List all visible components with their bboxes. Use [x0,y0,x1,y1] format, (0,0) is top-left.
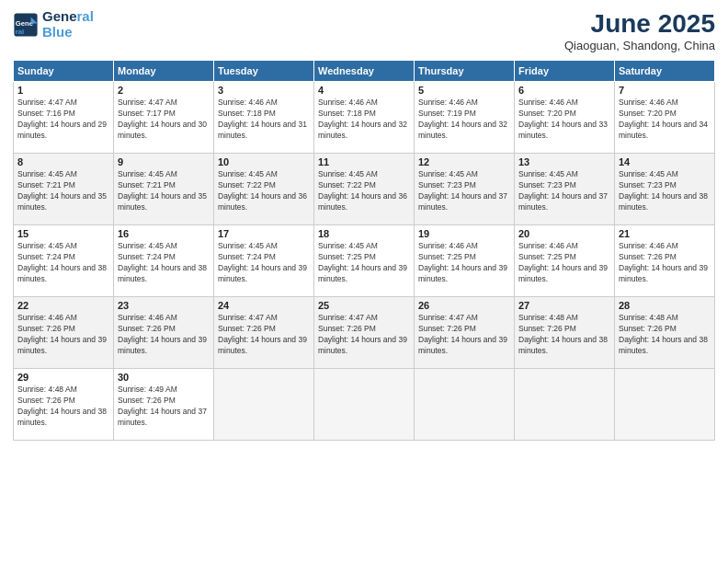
day-number: 2 [118,85,210,96]
header-friday: Friday [515,61,615,82]
table-row: 17 Sunrise: 4:45 AMSunset: 7:24 PMDaylig… [214,225,314,297]
day-info: Sunrise: 4:45 AMSunset: 7:21 PMDaylight:… [17,169,109,213]
day-number: 13 [518,156,610,167]
header-tuesday: Tuesday [214,61,314,82]
table-row: 7 Sunrise: 4:46 AMSunset: 7:20 PMDayligh… [615,82,715,154]
table-row: 14 Sunrise: 4:45 AMSunset: 7:23 PMDaylig… [615,154,715,225]
day-number: 22 [17,300,109,311]
table-row: 12 Sunrise: 4:45 AMSunset: 7:23 PMDaylig… [415,154,515,225]
day-number: 4 [318,85,410,96]
header-monday: Monday [114,61,214,82]
day-number: 27 [518,300,610,311]
table-row: 11 Sunrise: 4:45 AMSunset: 7:22 PMDaylig… [314,154,415,225]
table-row: 5 Sunrise: 4:46 AMSunset: 7:19 PMDayligh… [415,82,515,154]
day-info: Sunrise: 4:48 AMSunset: 7:26 PMDaylight:… [17,385,109,429]
day-number: 15 [17,228,109,239]
day-number: 17 [218,228,310,239]
day-info: Sunrise: 4:49 AMSunset: 7:26 PMDaylight:… [118,385,210,429]
table-row [415,369,515,441]
table-row: 21 Sunrise: 4:46 AMSunset: 7:26 PMDaylig… [615,225,715,297]
day-info: Sunrise: 4:46 AMSunset: 7:25 PMDaylight:… [418,241,510,285]
table-row: 27 Sunrise: 4:48 AMSunset: 7:26 PMDaylig… [515,297,615,369]
day-info: Sunrise: 4:45 AMSunset: 7:22 PMDaylight:… [218,169,310,213]
calendar-week-row: 8 Sunrise: 4:45 AMSunset: 7:21 PMDayligh… [14,154,715,225]
day-info: Sunrise: 4:46 AMSunset: 7:20 PMDaylight:… [619,98,711,142]
day-info: Sunrise: 4:46 AMSunset: 7:18 PMDaylight:… [218,98,310,142]
day-number: 9 [118,156,210,167]
day-number: 26 [418,300,510,311]
table-row: 26 Sunrise: 4:47 AMSunset: 7:26 PMDaylig… [415,297,515,369]
day-number: 25 [318,300,410,311]
logo-text: General Blue [42,9,94,40]
table-row: 29 Sunrise: 4:48 AMSunset: 7:26 PMDaylig… [14,369,114,441]
header-wednesday: Wednesday [314,61,415,82]
header-sunday: Sunday [14,61,114,82]
table-row: 30 Sunrise: 4:49 AMSunset: 7:26 PMDaylig… [114,369,214,441]
table-row: 1 Sunrise: 4:47 AMSunset: 7:16 PMDayligh… [14,82,114,154]
weekday-header-row: Sunday Monday Tuesday Wednesday Thursday… [14,61,715,82]
day-info: Sunrise: 4:45 AMSunset: 7:24 PMDaylight:… [218,241,310,285]
title-block: June 2025 Qiaoguan, Shandong, China [564,9,715,52]
day-number: 16 [118,228,210,239]
table-row: 9 Sunrise: 4:45 AMSunset: 7:21 PMDayligh… [114,154,214,225]
day-number: 14 [619,156,711,167]
calendar-week-row: 22 Sunrise: 4:46 AMSunset: 7:26 PMDaylig… [14,297,715,369]
day-number: 5 [418,85,510,96]
day-info: Sunrise: 4:45 AMSunset: 7:24 PMDaylight:… [17,241,109,285]
location: Qiaoguan, Shandong, China [564,39,715,52]
page: Gene ral General Blue June 2025 Qiaoguan… [0,0,728,563]
logo: Gene ral General Blue [13,9,94,40]
day-number: 21 [619,228,711,239]
day-number: 3 [218,85,310,96]
day-number: 10 [218,156,310,167]
calendar-week-row: 1 Sunrise: 4:47 AMSunset: 7:16 PMDayligh… [14,82,715,154]
day-info: Sunrise: 4:47 AMSunset: 7:26 PMDaylight:… [318,313,410,357]
day-info: Sunrise: 4:46 AMSunset: 7:26 PMDaylight:… [619,241,711,285]
calendar-week-row: 15 Sunrise: 4:45 AMSunset: 7:24 PMDaylig… [14,225,715,297]
day-info: Sunrise: 4:47 AMSunset: 7:17 PMDaylight:… [118,98,210,142]
header-thursday: Thursday [415,61,515,82]
table-row: 13 Sunrise: 4:45 AMSunset: 7:23 PMDaylig… [515,154,615,225]
calendar-table: Sunday Monday Tuesday Wednesday Thursday… [13,60,715,441]
day-number: 29 [17,372,109,383]
table-row [314,369,415,441]
logo-icon: Gene ral [13,12,39,38]
day-number: 1 [17,85,109,96]
day-info: Sunrise: 4:47 AMSunset: 7:26 PMDaylight:… [418,313,510,357]
day-number: 28 [619,300,711,311]
table-row: 28 Sunrise: 4:48 AMSunset: 7:26 PMDaylig… [615,297,715,369]
day-info: Sunrise: 4:45 AMSunset: 7:23 PMDaylight:… [619,169,711,213]
day-number: 7 [619,85,711,96]
table-row: 8 Sunrise: 4:45 AMSunset: 7:21 PMDayligh… [14,154,114,225]
day-info: Sunrise: 4:46 AMSunset: 7:20 PMDaylight:… [518,98,610,142]
day-info: Sunrise: 4:45 AMSunset: 7:21 PMDaylight:… [118,169,210,213]
day-number: 8 [17,156,109,167]
day-info: Sunrise: 4:48 AMSunset: 7:26 PMDaylight:… [518,313,610,357]
day-info: Sunrise: 4:45 AMSunset: 7:23 PMDaylight:… [418,169,510,213]
day-info: Sunrise: 4:46 AMSunset: 7:25 PMDaylight:… [518,241,610,285]
day-number: 12 [418,156,510,167]
table-row: 18 Sunrise: 4:45 AMSunset: 7:25 PMDaylig… [314,225,415,297]
table-row: 22 Sunrise: 4:46 AMSunset: 7:26 PMDaylig… [14,297,114,369]
day-info: Sunrise: 4:46 AMSunset: 7:26 PMDaylight:… [118,313,210,357]
table-row: 16 Sunrise: 4:45 AMSunset: 7:24 PMDaylig… [114,225,214,297]
svg-text:ral: ral [16,27,24,35]
month-year: June 2025 [564,9,715,39]
day-info: Sunrise: 4:46 AMSunset: 7:26 PMDaylight:… [17,313,109,357]
day-info: Sunrise: 4:47 AMSunset: 7:26 PMDaylight:… [218,313,310,357]
day-number: 11 [318,156,410,167]
day-info: Sunrise: 4:48 AMSunset: 7:26 PMDaylight:… [619,313,711,357]
table-row: 23 Sunrise: 4:46 AMSunset: 7:26 PMDaylig… [114,297,214,369]
header: Gene ral General Blue June 2025 Qiaoguan… [13,9,715,52]
day-info: Sunrise: 4:46 AMSunset: 7:18 PMDaylight:… [318,98,410,142]
table-row: 15 Sunrise: 4:45 AMSunset: 7:24 PMDaylig… [14,225,114,297]
day-info: Sunrise: 4:45 AMSunset: 7:23 PMDaylight:… [518,169,610,213]
table-row: 6 Sunrise: 4:46 AMSunset: 7:20 PMDayligh… [515,82,615,154]
table-row: 2 Sunrise: 4:47 AMSunset: 7:17 PMDayligh… [114,82,214,154]
header-saturday: Saturday [615,61,715,82]
day-number: 6 [518,85,610,96]
table-row [615,369,715,441]
table-row: 24 Sunrise: 4:47 AMSunset: 7:26 PMDaylig… [214,297,314,369]
day-info: Sunrise: 4:47 AMSunset: 7:16 PMDaylight:… [17,98,109,142]
day-info: Sunrise: 4:45 AMSunset: 7:25 PMDaylight:… [318,241,410,285]
